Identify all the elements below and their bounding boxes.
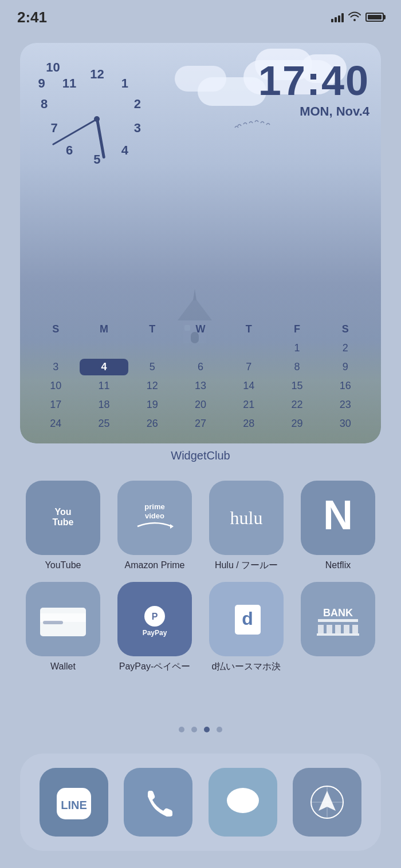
calendar-cell: 11 (80, 378, 128, 394)
calendar-day-name: T (128, 323, 176, 335)
clock-num-8: 8 (41, 97, 48, 112)
calendar-cell: 25 (80, 415, 128, 432)
calendar-day-name: F (273, 323, 321, 335)
calendar-cell: 27 (176, 415, 225, 432)
calendar-cell: 21 (225, 397, 273, 413)
svg-text:LINE: LINE (61, 799, 87, 811)
battery-icon (365, 13, 384, 22)
page-dot-0[interactable] (179, 727, 184, 732)
calendar-cell (128, 340, 176, 356)
app-item-hulu[interactable]: huluHulu / フールー (203, 481, 289, 570)
app-item-youtube[interactable]: YouTubeYouTube (20, 481, 106, 570)
calendar-cell: 28 (225, 415, 273, 432)
calendar-cell: 8 (273, 359, 321, 375)
dock-icon-messages[interactable] (209, 768, 277, 837)
svg-text:hulu: hulu (230, 508, 263, 528)
calendar-cell: 10 (32, 378, 80, 394)
svg-rect-23 (318, 619, 358, 622)
calendar-day-name: M (80, 323, 128, 335)
clock-num-2: 2 (134, 97, 141, 112)
clock-center (94, 116, 100, 122)
digital-time: 17:40 (258, 60, 369, 101)
app-item-paypay[interactable]: PPayPayPayPay-ペイペー (112, 582, 198, 672)
dock: LINE (20, 754, 381, 851)
page-dot-3[interactable] (217, 727, 222, 732)
calendar-cell: 22 (273, 397, 321, 413)
app-icon-bank: BANK (301, 582, 375, 656)
page-dot-1[interactable] (191, 727, 197, 732)
svg-text:You: You (54, 507, 71, 517)
calendar-cell: 19 (128, 397, 176, 413)
wifi-icon (348, 11, 361, 24)
app-icon-wallet (26, 582, 100, 656)
clock-num-11: 11 (62, 76, 76, 91)
svg-text:prime: prime (144, 502, 164, 511)
digital-clock: 17:40 MON, Nov.4 (258, 54, 369, 119)
svg-rect-29 (317, 633, 359, 636)
calendar-cell: 15 (273, 378, 321, 394)
calendar-header: SMTWTFS (32, 323, 369, 335)
calendar-cell: 24 (32, 415, 80, 432)
calendar-cell: 16 (321, 378, 369, 394)
app-item-dpay[interactable]: dd払いースマホ決 (203, 582, 289, 672)
svg-rect-28 (352, 625, 358, 633)
app-icon-amazon: primevideo (117, 481, 192, 555)
calendar-cell: 29 (273, 415, 321, 432)
svg-text:P: P (152, 612, 158, 621)
calendar-cell: 3 (32, 359, 80, 375)
app-label-amazon: Amazon Prime (125, 560, 185, 570)
svg-rect-24 (318, 625, 324, 633)
widget-container[interactable]: 11 12 1 2 3 4 5 6 7 8 9 10 (20, 43, 381, 443)
calendar-cell: 18 (80, 397, 128, 413)
app-label-paypay: PayPay-ペイペー (119, 661, 190, 672)
birds-area (232, 117, 278, 134)
clock-num-4: 4 (121, 143, 128, 158)
dock-icon-phone[interactable] (124, 768, 192, 837)
analog-clock: 11 12 1 2 3 4 5 6 7 8 9 10 (32, 54, 158, 186)
calendar-cell: 23 (321, 397, 369, 413)
svg-rect-25 (327, 625, 332, 633)
signal-icon (331, 12, 344, 22)
svg-rect-27 (344, 625, 349, 633)
app-label-hulu: Hulu / フールー (215, 560, 278, 570)
app-item-netflix[interactable]: NNetflix (295, 481, 381, 570)
calendar-cell: 13 (176, 378, 225, 394)
calendar-cell: 2 (321, 340, 369, 356)
status-bar: 2:41 (0, 0, 401, 34)
clock-num-5: 5 (93, 152, 100, 167)
minute-hand (52, 118, 97, 145)
svg-text:d: d (242, 608, 253, 629)
app-label-dpay: d払いースマホ決 (212, 661, 281, 672)
app-icon-youtube: YouTube (26, 481, 100, 555)
app-label-netflix: Netflix (325, 560, 351, 570)
svg-text:video: video (145, 512, 164, 520)
calendar-day-name: T (225, 323, 273, 335)
calendar-cell: 30 (321, 415, 369, 432)
app-item-wallet[interactable]: Wallet (20, 582, 106, 672)
app-icon-dpay: d (209, 582, 284, 656)
widget-label: WidgetClub (0, 449, 401, 462)
page-dot-2[interactable] (204, 727, 210, 732)
app-item-amazon[interactable]: primevideoAmazon Prime (112, 481, 198, 570)
page-dots (0, 727, 401, 732)
dock-icon-line[interactable]: LINE (40, 768, 108, 837)
app-icon-netflix: N (301, 481, 375, 555)
calendar-cell: 1 (273, 340, 321, 356)
svg-marker-11 (170, 524, 174, 529)
clock-num-10: 10 (46, 60, 60, 75)
app-item-bank[interactable]: BANK (295, 582, 381, 672)
app-icon-paypay: PPayPay (117, 582, 192, 656)
calendar-cell: 17 (32, 397, 80, 413)
clock-num-7: 7 (50, 121, 57, 136)
calendar-grid: 1234567891011121314151617181920212223242… (32, 340, 369, 432)
dock-icon-safari[interactable] (293, 768, 361, 837)
clock-num-3: 3 (134, 121, 141, 136)
calendar-day-name: S (321, 323, 369, 335)
svg-rect-15 (40, 613, 86, 622)
svg-text:PayPay: PayPay (143, 629, 167, 637)
svg-rect-26 (335, 625, 341, 633)
calendar-cell: 26 (128, 415, 176, 432)
calendar-section: SMTWTFS 12345678910111213141516171819202… (32, 323, 369, 432)
svg-marker-2 (193, 289, 196, 300)
calendar-day-name: S (32, 323, 80, 335)
